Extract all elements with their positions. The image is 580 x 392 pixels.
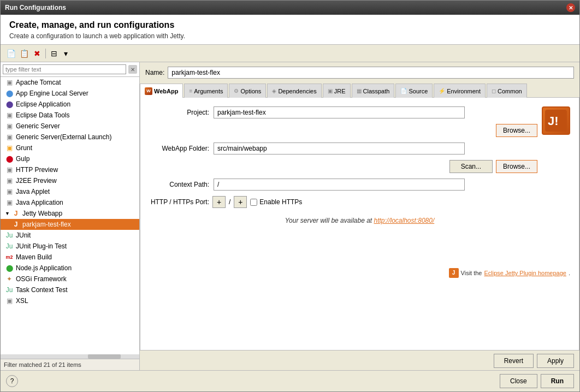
webapp-folder-browse-button[interactable]: Browse... [496,160,537,173]
config-name-input[interactable] [168,67,574,79]
jre-tab-icon: ▣ [328,88,333,94]
horizontal-scrollbar[interactable] [1,354,139,359]
tree-item-nodejs[interactable]: ⬤ Node.js Application [1,263,139,274]
tree-item-grunt[interactable]: ▣ Grunt [1,142,139,153]
tree-item-generic-server[interactable]: ▣ Generic Server [1,121,139,132]
tree-item-java-applet[interactable]: ▣ Java Applet [1,186,139,197]
tree-item-junit-plugin[interactable]: Ju JUnit Plug-in Test [1,241,139,252]
enable-https-checkbox[interactable] [250,199,257,206]
jetty-toggle-icon: ▼ [5,211,10,216]
tree-item-osgi[interactable]: ✦ OSGi Framework [1,274,139,284]
tree-item-gulp[interactable]: ⬤ Gulp [1,153,139,164]
run-configurations-window: Run Configurations ✕ Create, manage, and… [0,0,580,392]
tree-item-task-context[interactable]: Ju Task Context Test [1,284,139,295]
tab-environment[interactable]: ⚡ Environment [434,84,486,98]
scan-button[interactable]: Scan... [449,160,493,173]
generic-server-icon: ▣ [5,122,14,130]
filter-input[interactable] [3,64,126,74]
tab-classpath[interactable]: ▦ Classpath [352,84,395,98]
tree-item-generic-server-ext[interactable]: ▣ Generic Server(External Launch) [1,132,139,142]
tab-source[interactable]: 📄 Source [395,84,433,98]
dropdown-icon: ▾ [64,49,68,58]
port-label: HTTP / HTTPs Port: [149,198,209,206]
project-input[interactable] [214,106,465,118]
tree-item-jetty-webapp[interactable]: ▼ J Jetty Webapp [1,208,139,219]
context-path-input[interactable] [214,179,465,191]
java-applet-icon: ▣ [5,187,14,196]
revert-button[interactable]: Revert [494,354,534,368]
header-title: Create, manage, and run configurations [9,20,571,30]
eclipse-data-icon: ▣ [5,111,14,120]
apache-tomcat-icon: ▣ [5,78,14,87]
window-close-button[interactable]: ✕ [566,3,575,12]
tree-item-http-preview[interactable]: ▣ HTTP Preview [1,164,139,175]
scan-browse-row: Scan... Browse... [149,160,537,173]
http-preview-icon: ▣ [5,165,14,174]
tree-item-apache-tomcat[interactable]: ▣ Apache Tomcat [1,77,139,88]
tabs-bar: W WebApp ≡ Arguments ⚙ Options ◈ Depende… [140,83,579,98]
arguments-tab-icon: ≡ [189,88,192,94]
http-port-add-button[interactable]: + [212,196,226,208]
classpath-tab-icon: ▦ [357,88,362,94]
new-config-button[interactable]: 📄 [5,47,17,60]
https-port-add-button[interactable]: + [234,196,247,208]
collapse-button[interactable]: ⊟ [48,47,60,60]
tree-item-maven-build[interactable]: m2 Maven Build [1,252,139,263]
apply-button[interactable]: Apply [537,354,574,368]
jetty-homepage-row: J Visit the Eclipse Jetty Plugin homepag… [149,268,570,278]
context-path-row: Context Path: [149,179,570,191]
jetty-homepage-link[interactable]: Eclipse Jetty Plugin homepage [484,270,566,276]
webapp-folder-label: WebApp Folder: [149,145,209,152]
tab-jre[interactable]: ▣ JRE [323,84,351,98]
tree-item-junit[interactable]: Ju JUnit [1,230,139,241]
close-button[interactable]: Close [500,374,537,388]
tree-area: ▣ Apache Tomcat ⬤ App Engine Local Serve… [1,77,139,354]
tree-item-j2ee-preview[interactable]: ▣ J2EE Preview [1,175,139,186]
junit-plugin-icon: Ju [5,242,14,251]
app-engine-icon: ⬤ [5,89,14,98]
webapp-folder-row: WebApp Folder: [149,142,570,155]
gulp-icon: ⬤ [5,155,14,163]
tab-arguments[interactable]: ≡ Arguments [184,84,228,98]
webapp-folder-input[interactable] [214,142,465,155]
tree-item-eclipse-app[interactable]: ⬤ Eclipse Application [1,99,139,110]
tree-item-xsl[interactable]: ▣ XSL [1,295,139,306]
tree-item-app-engine[interactable]: ⬤ App Engine Local Server [1,88,139,99]
tab-common[interactable]: ◻ Common [487,84,527,98]
tab-dependencies[interactable]: ◈ Dependencies [267,84,321,98]
server-url-link[interactable]: http://localhost:8080/ [374,217,435,224]
context-path-label: Context Path: [149,181,209,188]
right-panel: Name: W WebApp ≡ Arguments ⚙ Options [140,62,579,370]
generic-server-ext-icon: ▣ [5,133,14,141]
jetty-logo-svg: J! [545,110,567,132]
delete-button[interactable]: ✖ [31,47,43,60]
grunt-icon: ▣ [5,144,14,152]
tree-item-eclipse-data[interactable]: ▣ Eclipse Data Tools [1,110,139,121]
tab-options[interactable]: ⚙ Options [229,84,266,98]
task-context-icon: Ju [5,286,14,294]
name-label: Name: [145,69,164,76]
tree-item-parkjam-test-flex[interactable]: J parkjam-test-flex [1,219,139,230]
run-button[interactable]: Run [541,374,574,388]
project-label: Project: [149,109,209,116]
filter-clear-button[interactable]: ✕ [128,65,137,74]
toolbar: 📄 📋 ✖ ⊟ ▾ [1,45,579,62]
header-area: Create, manage, and run configurations C… [1,15,579,45]
tab-webapp[interactable]: W WebApp [140,84,183,98]
dropdown-button[interactable]: ▾ [61,47,70,60]
help-button[interactable]: ? [6,375,18,387]
bottom-left: ? [6,375,18,387]
help-icon: ? [10,377,14,385]
tree-item-java-app[interactable]: ▣ Java Application [1,197,139,208]
title-bar: Run Configurations ✕ [1,1,579,15]
toolbar-separator [45,49,46,58]
project-browse-button[interactable]: Browse... [496,124,537,137]
jetty-small-icon: J [449,268,459,278]
environment-tab-icon: ⚡ [439,88,445,94]
header-subtitle: Create a configuration to launch a web a… [9,32,571,40]
filter-status: Filter matched 21 of 21 items [1,359,139,370]
osgi-icon: ✦ [5,275,14,283]
duplicate-button[interactable]: 📋 [18,47,30,60]
eclipse-app-icon: ⬤ [5,100,14,109]
maven-icon: m2 [5,253,14,262]
